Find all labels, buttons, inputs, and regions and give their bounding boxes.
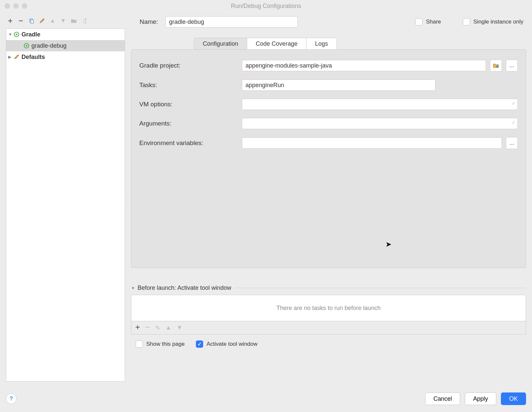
wrench-icon [14, 54, 20, 60]
tasks-input[interactable] [242, 79, 435, 91]
env-vars-input[interactable] [242, 137, 502, 149]
single-instance-checkbox[interactable] [463, 18, 470, 26]
svg-rect-8 [496, 66, 498, 68]
chevron-down-icon: ▼ [8, 32, 14, 37]
edit-task-button[interactable]: ✎ [155, 324, 160, 332]
tab-configuration[interactable]: Configuration [194, 38, 247, 50]
arguments-row: Arguments: ⤢ [139, 118, 518, 129]
config-toolbar: ▲ ▼ ↓az [6, 15, 125, 26]
traffic-lights [0, 3, 27, 9]
left-column: ▲ ▼ ↓az ▼ Gradle gradle-debug ▶ Defaults [6, 15, 125, 383]
chevron-right-icon: ▶ [8, 55, 14, 59]
single-instance-label: Single instance only [473, 19, 523, 25]
tab-code-coverage[interactable]: Code Coverage [247, 38, 306, 50]
chevron-down-icon: ▼ [131, 286, 135, 290]
folder-button[interactable] [69, 17, 78, 25]
tree-group-label: Gradle [22, 31, 40, 38]
move-task-up-button[interactable]: ▲ [165, 324, 171, 331]
gradle-icon [23, 43, 29, 49]
titlebar: Run/Debug Configurations [0, 0, 532, 12]
arguments-input[interactable] [242, 118, 518, 129]
remove-task-button[interactable] [145, 324, 150, 331]
gradle-project-ellipsis-button[interactable]: ... [506, 60, 518, 72]
gradle-icon [14, 31, 20, 37]
show-page-label: Show this page [146, 341, 185, 347]
vm-options-input[interactable] [242, 99, 518, 110]
svg-point-6 [26, 45, 27, 47]
separator-line [234, 288, 526, 288]
svg-point-4 [16, 34, 18, 35]
main-layout: ▲ ▼ ↓az ▼ Gradle gradle-debug ▶ Defaults [0, 12, 532, 383]
svg-rect-1 [31, 20, 33, 23]
before-launch-toolbar: ✎ ▲ ▼ [131, 321, 526, 335]
before-launch-empty: There are no tasks to run before launch [276, 305, 380, 312]
svg-point-2 [43, 19, 44, 20]
before-launch-list[interactable]: There are no tasks to run before launch [131, 295, 526, 321]
bottom-bar: ? Cancel Apply OK [0, 386, 532, 412]
activate-tool-window-checkbox[interactable] [196, 340, 203, 348]
arguments-label: Arguments: [139, 120, 242, 127]
before-launch-title: Before launch: Activate tool window [138, 284, 231, 291]
copy-config-button[interactable] [27, 17, 36, 25]
apply-button[interactable]: Apply [465, 392, 496, 405]
ok-button[interactable]: OK [501, 392, 526, 405]
tree-group-gradle[interactable]: ▼ Gradle [6, 29, 125, 40]
env-vars-label: Environment variables: [139, 139, 242, 147]
close-window-button[interactable] [5, 3, 10, 9]
config-tree[interactable]: ▼ Gradle gradle-debug ▶ Defaults [6, 28, 125, 382]
remove-config-button[interactable] [17, 17, 25, 25]
activate-tool-window-label: Activate tool window [206, 341, 257, 347]
env-vars-ellipsis-button[interactable]: ... [506, 137, 518, 149]
vm-options-label: VM options: [139, 101, 242, 108]
tree-item-gradle-debug[interactable]: gradle-debug [6, 40, 125, 51]
gradle-project-input[interactable] [242, 60, 486, 71]
help-button[interactable]: ? [6, 393, 17, 404]
name-label: Name: [140, 18, 158, 26]
page-checks: Show this page Activate tool window [131, 340, 526, 348]
share-label: Share [426, 19, 441, 25]
gradle-project-row: Gradle project: ... [139, 60, 518, 72]
before-launch-header[interactable]: ▼ Before launch: Activate tool window [131, 284, 526, 291]
svg-point-7 [18, 55, 19, 56]
window-title: Run/Debug Configurations [231, 3, 301, 10]
env-vars-row: Environment variables: ... [139, 137, 518, 149]
vm-options-row: VM options: ⤢ [139, 99, 518, 110]
tasks-row: Tasks: [139, 79, 518, 91]
add-config-button[interactable] [6, 17, 15, 25]
tabs: Configuration Code Coverage Logs [194, 38, 526, 50]
tree-group-label: Defaults [22, 54, 45, 61]
show-page-checkbox[interactable] [136, 340, 143, 348]
right-column: Name: Share Single instance only Configu… [131, 15, 526, 383]
tree-item-label: gradle-debug [31, 42, 66, 49]
name-input[interactable] [165, 16, 298, 27]
edit-defaults-button[interactable] [38, 17, 46, 25]
configuration-panel: Gradle project: ... Tasks: VM options: [131, 49, 526, 268]
cancel-button[interactable]: Cancel [425, 392, 460, 405]
gradle-project-label: Gradle project: [139, 62, 242, 69]
share-checkbox[interactable] [415, 18, 422, 26]
tab-logs[interactable]: Logs [306, 38, 337, 50]
tasks-label: Tasks: [139, 81, 242, 89]
splitter-handle[interactable]: ⋮⋮⋮ [126, 195, 130, 204]
add-task-button[interactable] [135, 324, 140, 331]
sort-alpha-button[interactable]: ↓az [80, 17, 89, 25]
move-down-button[interactable]: ▼ [59, 17, 67, 25]
move-task-down-button[interactable]: ▼ [177, 324, 183, 331]
registered-project-button[interactable] [490, 60, 502, 72]
before-launch-section: ▼ Before launch: Activate tool window Th… [131, 284, 526, 348]
tree-group-defaults[interactable]: ▶ Defaults [6, 51, 125, 63]
name-row: Name: Share Single instance only [140, 15, 526, 28]
zoom-window-button[interactable] [22, 3, 27, 9]
move-up-button[interactable]: ▲ [48, 17, 57, 25]
minimize-window-button[interactable] [13, 3, 19, 9]
